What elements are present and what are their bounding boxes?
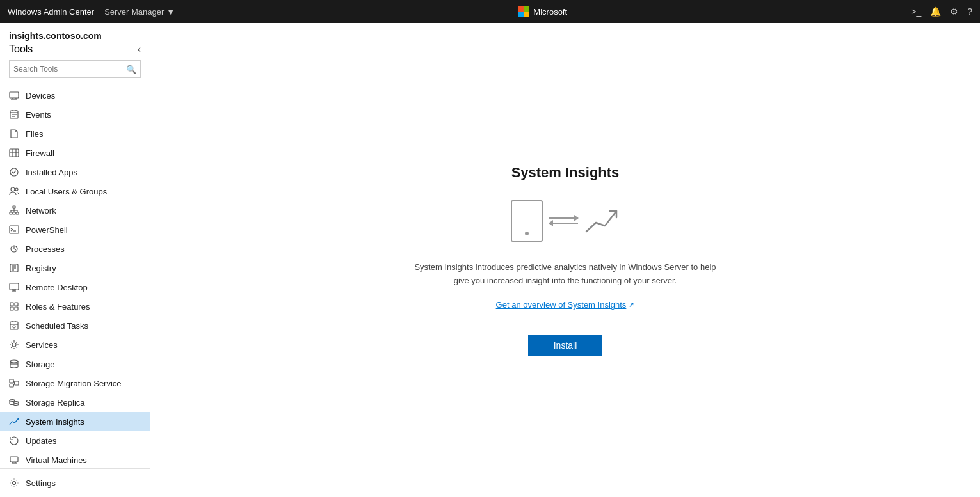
scheduled-tasks-icon [9, 320, 19, 331]
roles-features-icon [9, 301, 19, 312]
sidebar-item-scheduled-tasks-label: Scheduled Tasks [26, 321, 88, 331]
search-tools-container[interactable]: 🔍 [9, 60, 141, 78]
svg-rect-51 [15, 381, 19, 385]
sidebar-item-devices[interactable]: Devices [0, 86, 150, 105]
search-tools-input[interactable] [13, 65, 126, 74]
svg-point-47 [10, 360, 18, 363]
svg-rect-0 [10, 92, 19, 98]
overview-link-label: Get an overview of System Insights [496, 300, 627, 310]
server-manager-dropdown[interactable]: Server Manager ▼ [104, 7, 175, 17]
devices-icon [9, 90, 19, 100]
svg-point-15 [11, 187, 15, 191]
sidebar-item-roles-features[interactable]: Roles & Features [0, 297, 150, 316]
overview-link[interactable]: Get an overview of System Insights ➚ [496, 300, 635, 310]
svg-rect-38 [15, 303, 18, 306]
microsoft-logo: Microsoft [518, 6, 567, 17]
ms-square-yellow [524, 12, 529, 17]
updates-icon [9, 436, 19, 446]
sidebar-item-network-label: Network [26, 206, 56, 216]
network-icon [9, 205, 19, 216]
svg-point-14 [10, 168, 18, 176]
svg-rect-40 [15, 307, 18, 310]
sidebar-item-virtual-machines-label: Virtual Machines [26, 455, 87, 465]
svg-rect-33 [10, 283, 19, 290]
tools-label: Tools [9, 43, 33, 55]
app-brand: Windows Admin Center [8, 7, 94, 17]
description-line2: give you increased insight into the func… [454, 276, 677, 285]
sidebar-footer: Settings [0, 468, 150, 497]
sidebar-item-powershell[interactable]: PowerShell [0, 220, 150, 239]
content-description: System Insights introduces predictive an… [414, 261, 716, 288]
sidebar-item-events[interactable]: Events [0, 105, 150, 124]
processes-icon [9, 244, 19, 254]
storage-migration-icon [9, 378, 19, 388]
sidebar-item-local-users[interactable]: Local Users & Groups [0, 182, 150, 201]
local-users-icon [9, 186, 19, 196]
ms-square-red [518, 6, 524, 12]
svg-rect-56 [10, 457, 18, 462]
sidebar: insights.contoso.com Tools ‹ 🔍 Devices [0, 23, 150, 497]
sidebar-item-processes-label: Processes [26, 244, 65, 254]
main-content: System Insights [150, 23, 980, 497]
sidebar-item-services-label: Services [26, 340, 58, 350]
services-icon [9, 340, 19, 350]
arrows-illustration [549, 217, 578, 224]
sidebar-item-updates[interactable]: Updates [0, 431, 150, 450]
sidebar-item-remote-desktop-label: Remote Desktop [26, 283, 88, 292]
sidebar-item-firewall[interactable]: Firewall [0, 143, 150, 162]
help-icon[interactable]: ? [967, 6, 972, 17]
settings-icon[interactable]: ⚙ [950, 6, 958, 17]
svg-rect-26 [10, 226, 19, 233]
sidebar-item-events-label: Events [26, 110, 51, 120]
sidebar-item-scheduled-tasks[interactable]: Scheduled Tasks [0, 316, 150, 335]
ms-square-green [524, 6, 529, 12]
sidebar-item-network[interactable]: Network [0, 201, 150, 220]
svg-point-63 [13, 482, 16, 485]
virtual-machines-icon [9, 455, 19, 465]
storage-icon [9, 359, 19, 369]
sidebar-title-row: Tools ‹ [9, 43, 141, 55]
topbar: Windows Admin Center Server Manager ▼ Mi… [0, 0, 980, 23]
sidebar-item-settings[interactable]: Settings [9, 474, 141, 492]
install-button[interactable]: Install [528, 335, 603, 356]
sidebar-item-registry[interactable]: Registry [0, 258, 150, 278]
sidebar-item-files[interactable]: Files [0, 124, 150, 143]
server-dot [525, 232, 529, 235]
terminal-icon[interactable]: >_ [911, 6, 921, 17]
sidebar-item-system-insights[interactable]: System Insights [0, 412, 150, 431]
svg-rect-18 [10, 212, 12, 214]
registry-icon [9, 263, 19, 273]
sidebar-item-storage-migration[interactable]: Storage Migration Service [0, 374, 150, 393]
collapse-button[interactable]: ‹ [138, 43, 141, 55]
firewall-icon [9, 148, 19, 158]
svg-rect-20 [16, 212, 19, 214]
external-link-icon: ➚ [629, 301, 634, 309]
sidebar-item-firewall-label: Firewall [26, 148, 54, 158]
sidebar-item-installed-apps[interactable]: Installed Apps [0, 162, 150, 182]
sidebar-item-storage-migration-label: Storage Migration Service [26, 379, 122, 388]
arrow-left-icon [549, 223, 578, 224]
trend-chart-icon [584, 205, 620, 237]
system-insights-illustration [511, 200, 620, 242]
sidebar-item-registry-label: Registry [26, 264, 56, 273]
sidebar-item-installed-apps-label: Installed Apps [26, 168, 77, 177]
sidebar-item-storage-replica[interactable]: Storage Replica [0, 393, 150, 412]
bell-icon[interactable]: 🔔 [930, 6, 941, 17]
sidebar-item-powershell-label: PowerShell [26, 225, 68, 235]
server-manager-label: Server Manager [104, 7, 164, 17]
sidebar-nav: Devices Events Files Fi [0, 86, 150, 468]
events-icon [9, 109, 19, 120]
arrow-right-icon [549, 217, 578, 219]
sidebar-item-storage-label: Storage [26, 359, 55, 369]
storage-replica-icon [9, 397, 19, 407]
main-layout: insights.contoso.com Tools ‹ 🔍 Devices [0, 23, 980, 497]
sidebar-item-virtual-machines[interactable]: Virtual Machines [0, 450, 150, 468]
host-name: insights.contoso.com [9, 31, 141, 41]
sidebar-item-processes[interactable]: Processes [0, 239, 150, 258]
server-illustration-icon [511, 200, 543, 242]
sidebar-item-updates-label: Updates [26, 436, 56, 446]
sidebar-item-storage[interactable]: Storage [0, 354, 150, 374]
sidebar-item-remote-desktop[interactable]: Remote Desktop [0, 278, 150, 297]
svg-point-55 [13, 402, 19, 404]
sidebar-item-services[interactable]: Services [0, 335, 150, 354]
